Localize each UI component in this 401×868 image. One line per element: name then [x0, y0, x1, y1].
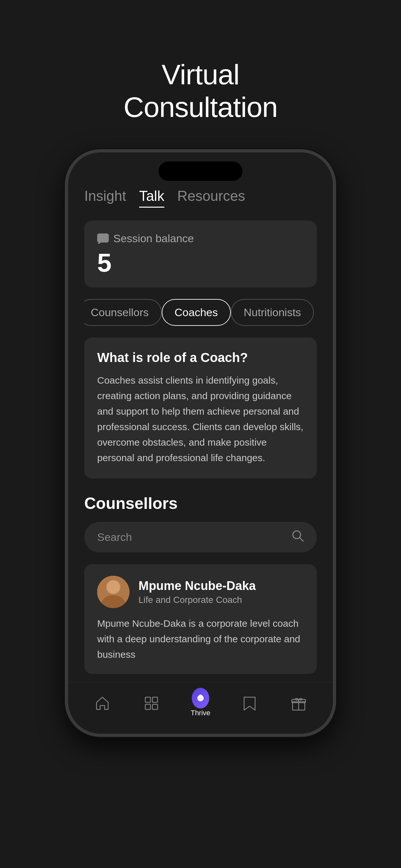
coach-title: Life and Corporate Coach	[138, 595, 304, 605]
tab-talk[interactable]: Talk	[139, 188, 164, 208]
pill-coaches[interactable]: Coaches	[162, 299, 231, 326]
svg-rect-0	[97, 234, 109, 243]
home-icon	[94, 694, 111, 712]
search-icon	[291, 530, 304, 545]
bottom-nav: Thrive	[68, 682, 333, 734]
nav-item-bookmark[interactable]	[232, 694, 267, 712]
page-title: Virtual Consultation	[123, 58, 277, 123]
coach-avatar-inner	[97, 576, 129, 608]
svg-line-3	[300, 538, 303, 541]
nav-item-grid[interactable]	[134, 694, 169, 712]
screen-scroll: What is role of a Coach? Coaches assist …	[68, 337, 333, 682]
tab-resources[interactable]: Resources	[177, 188, 245, 208]
phone-frame: Insight Talk Resources Session balance	[65, 149, 336, 737]
session-balance-label: Session balance	[97, 232, 304, 245]
search-bar[interactable]: Search	[84, 522, 317, 553]
nav-tabs: Insight Talk Resources	[84, 188, 317, 208]
svg-rect-10	[145, 704, 150, 709]
svg-marker-1	[97, 243, 101, 244]
thrive-icon-circle	[192, 688, 209, 709]
avatar-person-svg	[97, 576, 129, 608]
phone-screen: Insight Talk Resources Session balance	[68, 152, 333, 734]
nav-item-gift[interactable]	[281, 694, 316, 712]
thrive-icon	[192, 689, 209, 707]
pill-counsellors[interactable]: Counsellors	[84, 299, 162, 326]
tab-insight[interactable]: Insight	[84, 188, 126, 208]
svg-point-7	[107, 581, 120, 593]
svg-rect-9	[152, 697, 158, 702]
bookmark-icon	[241, 694, 258, 712]
coach-header: Mpume Ncube-Daka Life and Corporate Coac…	[97, 576, 304, 608]
pill-nutritionists[interactable]: Nutritionists	[231, 299, 314, 326]
section-heading: Counsellors	[84, 494, 317, 513]
info-card-body: Coaches assist clients in identifying go…	[97, 373, 304, 466]
info-card-title: What is role of a Coach?	[97, 350, 304, 365]
gift-icon	[290, 694, 307, 712]
coach-info: Mpume Ncube-Daka Life and Corporate Coac…	[138, 579, 304, 605]
coach-name: Mpume Ncube-Daka	[138, 579, 304, 593]
chat-icon	[97, 234, 109, 244]
category-pills: Counsellors Coaches Nutritionists	[84, 299, 317, 326]
nav-label-thrive: Thrive	[190, 709, 210, 717]
coach-avatar	[97, 576, 129, 608]
info-card: What is role of a Coach? Coaches assist …	[84, 337, 317, 478]
svg-rect-11	[152, 704, 158, 709]
coach-bio: Mpume Ncube-Daka is a corporate level co…	[97, 616, 304, 662]
nav-item-thrive[interactable]: Thrive	[183, 689, 218, 717]
search-input-placeholder: Search	[97, 531, 285, 544]
session-balance-card: Session balance 5	[84, 221, 317, 287]
svg-rect-8	[145, 697, 150, 702]
dynamic-island	[158, 161, 243, 181]
session-balance-number: 5	[97, 250, 304, 276]
nav-item-home[interactable]	[85, 694, 120, 712]
svg-point-13	[199, 694, 202, 698]
coach-card[interactable]: Mpume Ncube-Daka Life and Corporate Coac…	[84, 564, 317, 674]
grid-icon	[143, 694, 160, 712]
